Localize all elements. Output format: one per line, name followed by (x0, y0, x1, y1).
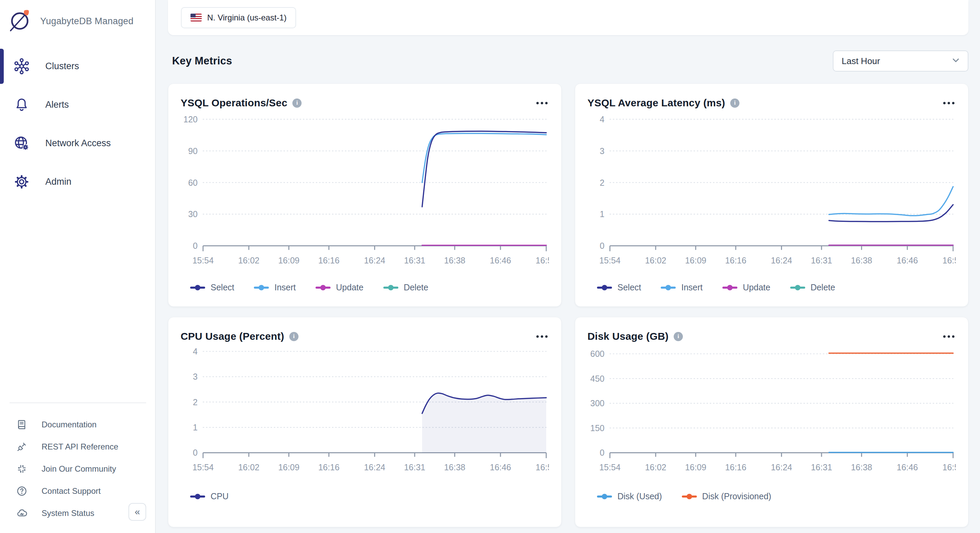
time-range-value: Last Hour (842, 56, 880, 67)
legend-item[interactable]: Update (722, 283, 770, 293)
svg-text:16:38: 16:38 (444, 463, 465, 472)
svg-text:15:54: 15:54 (192, 463, 214, 472)
svg-text:16:09: 16:09 (685, 463, 706, 472)
legend-item[interactable]: Select (597, 283, 641, 293)
chart-card-ysql-latency: YSQL Average Latency (ms) 0123415:5416:0… (575, 83, 969, 307)
legend-marker-icon (682, 494, 697, 499)
chart-title: YSQL Average Latency (ms) (587, 97, 725, 109)
svg-text:16:16: 16:16 (318, 463, 339, 472)
bell-icon (14, 97, 30, 113)
more-menu-button[interactable] (942, 99, 956, 108)
legend-marker-icon (597, 494, 612, 499)
gear-icon (14, 174, 30, 190)
chart-title: YSQL Operations/Sec (181, 97, 287, 109)
sidebar-item-label: REST API Reference (41, 442, 118, 452)
svg-text:16:54: 16:54 (536, 463, 549, 472)
svg-text:90: 90 (188, 146, 197, 156)
page-title: Key Metrics (168, 55, 232, 67)
sidebar-item-admin[interactable]: Admin (0, 162, 155, 201)
sidebar-item-network-access[interactable]: Network Access (0, 124, 155, 162)
more-menu-button[interactable] (535, 332, 549, 341)
cluster-header-card: N. Virginia (us-east-1) (168, 0, 969, 35)
svg-text:16:46: 16:46 (897, 463, 918, 472)
region-chip[interactable]: N. Virginia (us-east-1) (181, 7, 296, 28)
legend-item[interactable]: Insert (254, 283, 296, 293)
legend-item[interactable]: Select (190, 283, 234, 293)
ysql-latency-chart[interactable]: 0123415:5416:0216:0916:1616:2416:3116:38… (587, 113, 956, 276)
sidebar-collapse-button[interactable]: « (129, 503, 146, 521)
card-header: Disk Usage (GB) (587, 329, 956, 344)
svg-text:16:09: 16:09 (278, 256, 299, 265)
sidebar-item-rest-api-reference[interactable]: REST API Reference (0, 436, 155, 458)
info-icon[interactable] (730, 99, 740, 108)
chart-legend: SelectInsertUpdateDelete (181, 276, 549, 293)
svg-text:0: 0 (600, 241, 605, 250)
svg-text:0: 0 (193, 448, 197, 457)
chart-legend: SelectInsertUpdateDelete (587, 276, 956, 293)
svg-text:150: 150 (590, 423, 605, 433)
more-menu-button[interactable] (535, 99, 549, 108)
chart-title: CPU Usage (Percent) (181, 331, 284, 342)
sidebar-item-label: Clusters (45, 61, 79, 72)
svg-text:0: 0 (600, 448, 605, 457)
svg-text:16:16: 16:16 (725, 463, 746, 472)
info-icon[interactable] (289, 332, 299, 341)
sidebar-item-label: Join Our Community (41, 464, 116, 474)
chart-legend: Disk (Used)Disk (Provisioned) (587, 482, 956, 501)
ysql-operations-chart[interactable]: 030609012015:5416:0216:0916:1616:2416:31… (181, 113, 549, 276)
chart-card-ysql-operations: YSQL Operations/Sec 030609012015:5416:02… (168, 83, 562, 307)
help-circle-icon (16, 485, 28, 497)
svg-text:600: 600 (590, 349, 605, 358)
legend-label: Disk (Used) (617, 492, 662, 501)
sidebar-item-clusters[interactable]: Clusters (0, 47, 155, 86)
legend-item[interactable]: Delete (790, 283, 835, 293)
legend-marker-icon (597, 285, 612, 290)
svg-text:60: 60 (188, 178, 197, 188)
svg-text:1: 1 (193, 423, 197, 432)
info-icon[interactable] (293, 99, 302, 108)
card-header: YSQL Average Latency (ms) (587, 95, 956, 110)
legend-item[interactable]: Disk (Used) (597, 492, 662, 501)
sidebar-item-label: System Status (41, 509, 94, 518)
more-menu-button[interactable] (942, 332, 956, 341)
collapse-chevrons-icon: « (135, 506, 140, 517)
sidebar-divider (10, 403, 146, 403)
svg-text:4: 4 (600, 115, 605, 124)
legend-label: Select (617, 283, 641, 293)
svg-text:16:09: 16:09 (685, 256, 706, 265)
time-range-select[interactable]: Last Hour (833, 51, 969, 72)
svg-text:16:16: 16:16 (318, 256, 339, 265)
svg-text:15:54: 15:54 (600, 256, 621, 265)
legend-item[interactable]: Insert (661, 283, 703, 293)
svg-text:16:02: 16:02 (645, 256, 666, 265)
sidebar-item-alerts[interactable]: Alerts (0, 86, 155, 124)
cpu-usage-chart[interactable]: 0123415:5416:0216:0916:1616:2416:3116:38… (181, 347, 549, 482)
legend-label: Insert (681, 283, 703, 293)
info-icon[interactable] (674, 332, 683, 341)
svg-text:3: 3 (600, 146, 605, 156)
legend-marker-icon (254, 285, 269, 290)
charts-grid: YSQL Operations/Sec 030609012015:5416:02… (168, 83, 969, 527)
sidebar-footer: Documentation REST API Reference (0, 403, 155, 533)
sidebar-item-contact-support[interactable]: Contact Support (0, 480, 155, 502)
legend-item[interactable]: Update (315, 283, 364, 293)
disk-usage-chart[interactable]: 015030045060015:5416:0216:0916:1616:2416… (587, 347, 956, 482)
card-header: YSQL Operations/Sec (181, 95, 549, 110)
svg-text:16:31: 16:31 (811, 463, 832, 472)
svg-text:2: 2 (193, 397, 197, 407)
brand-name: YugabyteDB Managed (40, 16, 134, 27)
svg-text:16:16: 16:16 (725, 256, 746, 265)
legend-item[interactable]: CPU (190, 492, 229, 501)
sidebar-nav: Clusters Alerts (0, 47, 155, 201)
sidebar-item-join-our-community[interactable]: Join Our Community (0, 458, 155, 480)
legend-label: Delete (811, 283, 835, 293)
legend-marker-icon (315, 285, 331, 290)
svg-text:16:38: 16:38 (851, 256, 872, 265)
sidebar-item-documentation[interactable]: Documentation (0, 414, 155, 436)
svg-text:16:09: 16:09 (278, 463, 299, 472)
legend-item[interactable]: Delete (383, 283, 428, 293)
sidebar-item-label: Documentation (41, 420, 96, 430)
legend-item[interactable]: Disk (Provisioned) (682, 492, 772, 501)
chart-title: Disk Usage (GB) (587, 331, 668, 342)
svg-text:16:54: 16:54 (942, 463, 956, 472)
